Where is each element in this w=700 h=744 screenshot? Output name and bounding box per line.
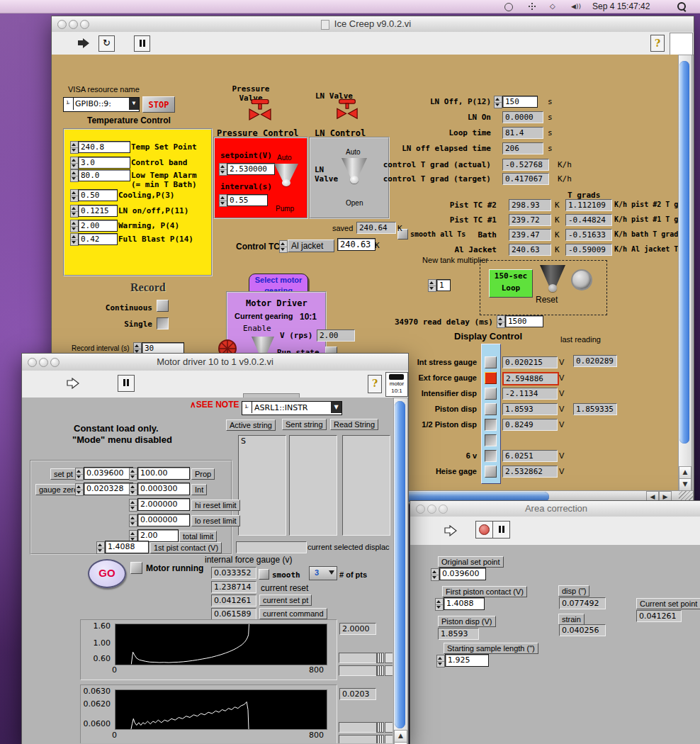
motor-running-button[interactable] (130, 562, 142, 574)
area-title-bar[interactable]: Area correction (410, 501, 700, 517)
num-pts-dropdown[interactable]: 3 (309, 566, 337, 580)
g2-axis-icon-1[interactable] (385, 722, 393, 733)
hi-reset-spinner[interactable] (129, 499, 137, 512)
motor-pause-icon[interactable] (118, 375, 135, 392)
g2-palette-icon-2[interactable] (376, 735, 384, 743)
gauge-zero-field[interactable]: 0.020328 (84, 483, 133, 495)
display-btn-6v[interactable] (485, 450, 497, 462)
first-contact-spinner[interactable] (435, 598, 444, 611)
ln-off-spinner[interactable] (494, 96, 502, 108)
g1-scale-field-2[interactable] (339, 665, 377, 676)
first-contact-field[interactable]: 1.4088 (444, 597, 485, 610)
record-single-button[interactable] (157, 317, 169, 329)
active-string-box[interactable]: S (238, 435, 286, 536)
motor-title-bar[interactable]: Motor driver 10 to 1 v9.0.2.vi (22, 354, 408, 371)
display-btn-intensifier[interactable] (485, 388, 497, 400)
setpoint-field[interactable]: 2.530000 (227, 163, 275, 175)
ln-off-field[interactable]: 150 (502, 96, 538, 108)
control-tc-temp-field[interactable]: 240.63 (337, 238, 376, 251)
cooling-field[interactable]: 0.50 (78, 189, 118, 201)
first-pist-spinner[interactable] (96, 541, 105, 554)
display-btn-half-piston[interactable] (485, 419, 497, 431)
motor-vscroll-up-arrow[interactable]: ▲ (394, 730, 407, 743)
menu-clock[interactable]: Sep 4 15:47:42 (592, 0, 650, 13)
g1-plot-area[interactable] (115, 624, 327, 665)
reset-slider[interactable] (540, 265, 565, 292)
read-string-box[interactable] (342, 435, 390, 536)
go-button[interactable]: GO (88, 559, 126, 588)
control-tc-ring[interactable]: Al jacket (288, 239, 334, 252)
smooth-button[interactable] (259, 569, 269, 580)
g1-scale-field-1[interactable] (339, 653, 377, 663)
run-icon[interactable] (77, 38, 90, 49)
display-btn-int-stress[interactable] (485, 356, 497, 368)
control-band-field[interactable]: 3.0 (78, 157, 130, 169)
read-delay-spinner[interactable] (497, 315, 505, 328)
hi-reset-field[interactable]: 2.000000 (137, 498, 190, 511)
g1-palette-icon-2[interactable] (376, 665, 384, 676)
pause-icon[interactable] (134, 35, 150, 52)
pressure-mode-slider[interactable] (274, 164, 298, 186)
g1-palette-icon-1[interactable] (376, 653, 384, 663)
loop-indicator[interactable]: 150-sec Loop (489, 269, 533, 298)
volume-icon[interactable]: ◀)) (571, 0, 581, 13)
sent-string-box[interactable] (289, 435, 337, 536)
prop-field[interactable]: 100.00 (137, 467, 190, 480)
ice-vscroll-thumb[interactable] (679, 61, 689, 444)
g1-axis-icon-1[interactable] (385, 653, 393, 663)
lo-reset-spinner[interactable] (129, 514, 137, 527)
area-run-icon[interactable] (444, 525, 457, 536)
motor-combo-arrow-icon[interactable]: ▼ (331, 402, 341, 413)
original-setpoint-field[interactable]: 0.039600 (439, 568, 486, 580)
g2-scale-field-2[interactable] (339, 735, 377, 743)
set-pt-field[interactable]: 0.039600 (84, 467, 133, 480)
ice-vertical-scrollbar[interactable]: ▲ ▼ (678, 55, 692, 492)
first-pist-field[interactable]: 1.4088 (105, 541, 149, 553)
display-btn-ext-force[interactable] (485, 372, 497, 384)
temp-setpoint-field[interactable]: 240.8 (78, 141, 130, 153)
low-temp-alarm-field[interactable]: 80.0 (78, 169, 130, 181)
motor-help-icon[interactable]: ? (368, 375, 382, 393)
help-icon[interactable]: ? (650, 35, 665, 52)
new-tank-spinner[interactable] (428, 279, 436, 292)
display-btn-piston[interactable] (485, 403, 497, 415)
record-continuous-button[interactable] (157, 300, 169, 312)
sample-length-spinner[interactable] (436, 655, 445, 667)
area-pause-icon[interactable] (492, 521, 510, 539)
gauge-zero-spinner[interactable] (75, 483, 84, 496)
int-field[interactable]: 0.000300 (137, 483, 190, 495)
lo-reset-field[interactable]: 0.000000 (137, 514, 190, 526)
display-btn-spare[interactable] (485, 434, 497, 446)
g2-plot-area[interactable] (115, 689, 327, 730)
clock-icon[interactable] (504, 3, 513, 11)
warming-field[interactable]: 2.00 (78, 220, 118, 232)
ice-title-bar[interactable]: Ice Creep v9.0.2.vi (52, 16, 694, 33)
motor-run-icon[interactable] (67, 378, 79, 389)
airport-icon[interactable]: ◇ (550, 0, 555, 13)
read-delay-field[interactable]: 1500 (505, 315, 543, 327)
original-setpoint-spinner[interactable] (431, 568, 439, 581)
visa-resource-combo[interactable]: ⅟ GPIB0::9: ▼ (63, 97, 140, 112)
ln-onoff-field[interactable]: 0.1215 (78, 205, 118, 217)
motor-resource-combo[interactable]: ⅟ ASRL1::INSTR ▼ (242, 401, 342, 415)
stop-button[interactable]: STOP (142, 96, 175, 113)
g1-axis-icon-2[interactable] (385, 665, 393, 676)
display-btn-heise[interactable] (485, 466, 497, 478)
motor-vscroll-thumb[interactable] (395, 401, 405, 728)
sample-length-field[interactable]: 1.925 (445, 654, 489, 667)
move-dots-icon[interactable] (531, 6, 533, 7)
area-abort-icon[interactable] (475, 521, 493, 539)
g2-axis-icon-2[interactable] (385, 735, 393, 743)
ice-vscroll-down-arrow[interactable]: ▼ (679, 478, 691, 491)
set-pt-spinner[interactable] (75, 468, 84, 480)
combo-arrow-icon[interactable]: ▼ (129, 98, 139, 110)
reset-led[interactable] (571, 269, 592, 291)
prop-spinner[interactable] (129, 468, 137, 480)
control-tc-spinner[interactable] (279, 240, 288, 253)
ice-vscroll-up-arrow[interactable]: ▲ (679, 466, 691, 479)
new-tank-field[interactable]: 1 (436, 279, 451, 291)
motor-vertical-scrollbar[interactable]: ▲ ▼ (393, 398, 408, 744)
run-continuous-icon[interactable]: ↻ (98, 35, 115, 52)
g2-scale-field-1[interactable] (339, 722, 377, 733)
interval-field[interactable]: 0.55 (227, 194, 268, 206)
